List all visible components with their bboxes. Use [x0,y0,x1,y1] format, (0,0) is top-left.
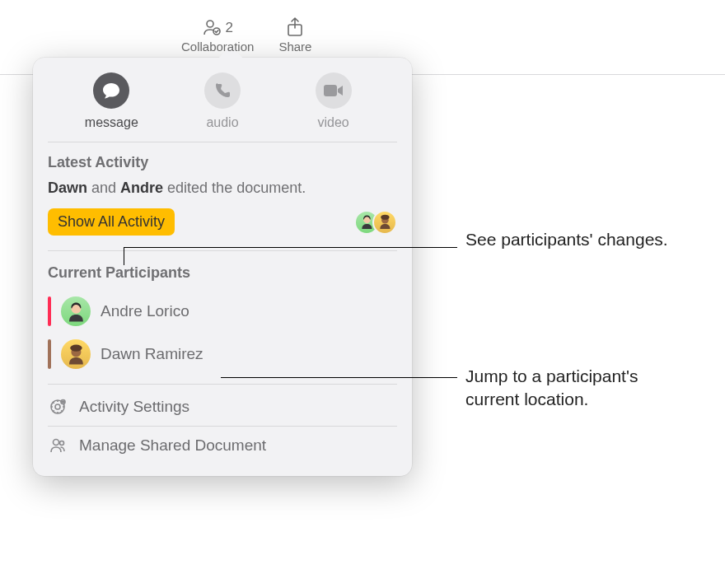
callout-text: Jump to a participant's current location… [465,365,638,412]
gear-icon [48,397,68,417]
activity-summary: Dawn and Andre edited the document. [48,180,397,197]
show-all-activity-button[interactable]: Show All Activity [48,208,175,236]
avatar [61,339,91,369]
avatar [61,296,91,326]
actor-name: Dawn [48,180,87,196]
svg-point-11 [55,404,60,409]
participant-color-bar [48,296,51,326]
toolbar: 2 Collaboration Share [181,16,311,54]
svg-point-14 [54,440,59,446]
communication-row: message audio video [48,58,397,142]
svg-point-6 [381,215,389,220]
collaboration-count: 2 [225,20,232,36]
participant-name: Dawn Ramirez [101,345,203,363]
people-icon [48,436,68,455]
share-label: Share [278,40,311,54]
svg-point-0 [207,21,213,27]
svg-rect-3 [324,85,337,96]
latest-activity-section: Latest Activity Dawn and Andre edited th… [33,142,412,251]
video-icon [316,72,352,109]
audio-button[interactable]: audio [173,72,272,130]
collaboration-icon [202,18,222,39]
activity-settings-item[interactable]: Activity Settings [48,388,397,427]
message-button[interactable]: message [62,72,161,130]
manage-shared-document-item[interactable]: Manage Shared Document [48,427,397,464]
callout-connector [124,247,124,265]
message-icon [93,72,129,109]
participant-name: Andre Lorico [101,302,189,320]
callout-text: See participants' changes. [465,228,668,251]
latest-activity-title: Latest Activity [48,154,397,171]
activity-avatars [354,210,397,235]
collaboration-toolbar-button[interactable]: 2 Collaboration [181,16,254,54]
share-toolbar-button[interactable]: Share [278,16,311,54]
svg-point-9 [70,344,82,351]
phone-icon [204,72,241,109]
callout-connector [221,377,457,378]
actor-name: Andre [120,180,163,196]
video-button[interactable]: video [284,72,383,130]
participant-color-bar [48,339,51,369]
current-participants-section: Current Participants Andre Lorico Dawn R… [33,251,412,385]
audio-label: audio [206,115,238,130]
participant-item[interactable]: Dawn Ramirez [48,333,397,376]
callout-connector [124,247,457,248]
activity-settings-label: Activity Settings [79,398,189,416]
avatar [372,210,397,235]
popover-footer: Activity Settings Manage Shared Document [33,385,412,476]
svg-point-13 [63,401,64,403]
collaboration-popover: message audio video Latest Activity Dawn… [33,58,412,476]
participant-item[interactable]: Andre Lorico [48,290,397,333]
svg-point-15 [60,441,64,446]
video-label: video [318,115,349,130]
collaboration-label: Collaboration [181,40,254,54]
message-label: message [85,115,138,130]
share-icon [287,17,303,40]
current-participants-title: Current Participants [48,264,397,282]
manage-shared-label: Manage Shared Document [79,436,266,455]
